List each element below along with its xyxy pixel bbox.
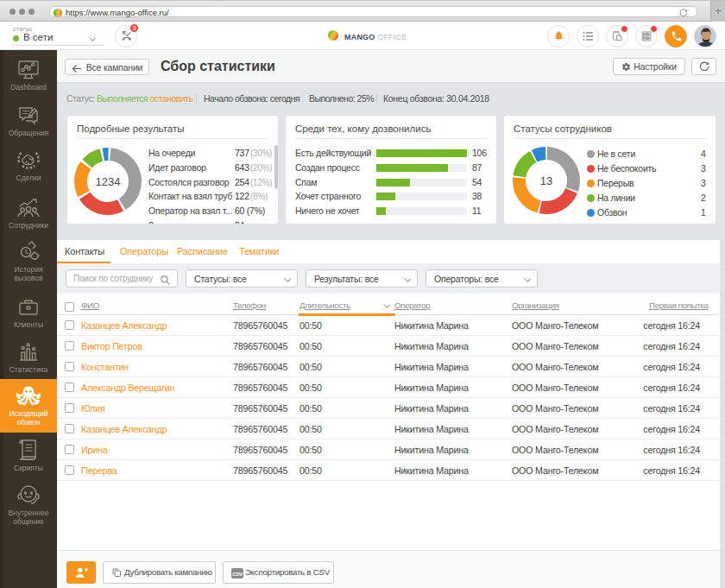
svg-text:CSV: CSV xyxy=(232,572,243,577)
